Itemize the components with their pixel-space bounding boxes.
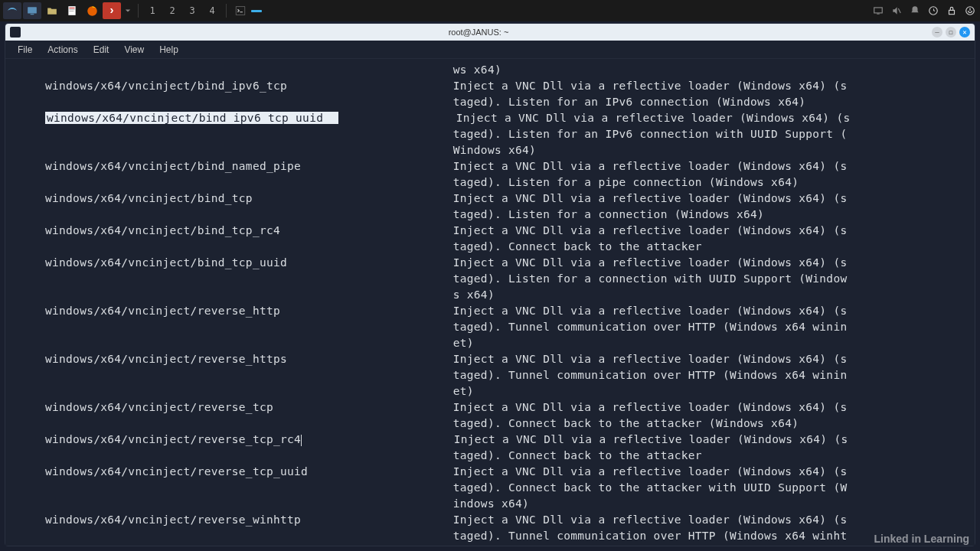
workspace-4[interactable]: 4 (203, 2, 221, 19)
text-editor-icon[interactable] (63, 2, 81, 19)
titlebar[interactable]: root@JANUS: ~ – ◻ ✕ (5, 24, 975, 41)
terminal-window: root@JANUS: ~ – ◻ ✕ File Actions Edit Vi… (5, 23, 975, 546)
workspace-3[interactable]: 3 (183, 2, 201, 19)
menu-file[interactable]: File (11, 43, 38, 57)
divider (226, 4, 227, 18)
tray-updates-icon[interactable] (926, 4, 940, 18)
terminal-output[interactable]: ws x64)windows/x64/vncinject/bind_ipv6_t… (5, 59, 975, 546)
menu-edit[interactable]: Edit (87, 43, 116, 57)
workspace-1[interactable]: 1 (143, 2, 162, 19)
svg-rect-10 (877, 14, 880, 15)
tray-power-icon[interactable] (963, 4, 977, 18)
svg-rect-5 (70, 11, 74, 11)
app-desktop-icon[interactable] (23, 2, 41, 19)
svg-line-11 (898, 8, 900, 13)
active-window-indicator[interactable] (251, 2, 262, 19)
terminal-task-icon[interactable] (231, 2, 250, 19)
svg-rect-9 (874, 8, 883, 13)
window-title: root@JANUS: ~ (25, 28, 932, 37)
svg-rect-8 (236, 7, 245, 15)
menubar: File Actions Edit View Help (5, 41, 975, 59)
tray-volume-icon[interactable] (890, 4, 903, 18)
divider (138, 4, 139, 18)
system-tray (871, 4, 977, 18)
workspace-2[interactable]: 2 (163, 2, 181, 19)
svg-rect-1 (31, 14, 34, 15)
svg-rect-13 (949, 10, 955, 14)
menu-help[interactable]: Help (153, 43, 185, 57)
file-manager-icon[interactable] (43, 2, 61, 19)
close-button[interactable]: ✕ (959, 27, 970, 37)
tray-screen-icon[interactable] (871, 4, 885, 18)
svg-point-6 (87, 6, 97, 16)
tray-lock-icon[interactable] (945, 4, 959, 18)
svg-rect-4 (70, 9, 75, 10)
window-controls: – ◻ ✕ (932, 27, 970, 37)
maximize-button[interactable]: ◻ (946, 27, 956, 37)
menu-actions[interactable]: Actions (41, 43, 83, 57)
menu-view[interactable]: View (118, 43, 150, 57)
minimize-button[interactable]: – (932, 27, 942, 37)
svg-rect-3 (70, 8, 75, 8)
tray-notifications-icon[interactable] (908, 4, 922, 18)
window-icon (10, 27, 21, 37)
watermark: Linked in Learning (874, 533, 969, 545)
taskbar: 1 2 3 4 (0, 0, 980, 21)
dropdown-icon[interactable] (122, 2, 133, 19)
burp-icon[interactable] (103, 2, 121, 19)
firefox-icon[interactable] (83, 2, 101, 19)
start-menu-icon[interactable] (3, 2, 21, 19)
svg-rect-0 (28, 7, 37, 13)
